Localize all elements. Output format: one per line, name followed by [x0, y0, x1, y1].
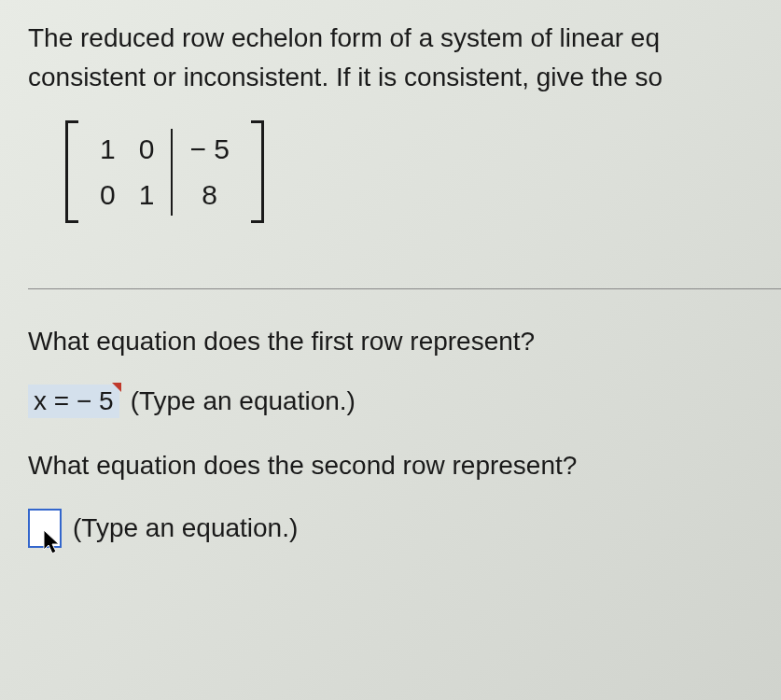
matrix-cell-r1c2: 0 — [139, 133, 155, 165]
answer-2-row: (Type an equation.) — [28, 509, 781, 548]
question-1: What equation does the first row represe… — [28, 327, 781, 357]
answer-1-value[interactable]: x = − 5 — [28, 385, 119, 418]
answer-1-hint: (Type an equation.) — [131, 386, 356, 416]
divider — [28, 288, 781, 289]
answer-2-hint: (Type an equation.) — [73, 513, 298, 543]
bracket-right — [251, 120, 264, 223]
problem-line1: The reduced row echelon form of a system… — [28, 23, 660, 52]
matrix-cell-r1c3: − 5 — [189, 133, 230, 165]
matrix-cell-r2c3: 8 — [189, 179, 230, 211]
matrix-cell-r2c2: 1 — [139, 179, 155, 211]
matrix-cell-r2c1: 0 — [100, 179, 116, 211]
augmented-matrix: 1 0 0 1 − 5 8 — [65, 120, 264, 223]
problem-line2: consistent or inconsistent. If it is con… — [28, 63, 662, 91]
question-2: What equation does the second row repres… — [28, 451, 781, 481]
answer-1-row: x = − 5 (Type an equation.) — [28, 385, 781, 418]
bracket-left — [65, 120, 78, 223]
problem-statement: The reduced row echelon form of a system… — [28, 19, 781, 97]
answer-2-input[interactable] — [28, 509, 62, 548]
matrix-cell-r1c1: 1 — [100, 133, 116, 165]
